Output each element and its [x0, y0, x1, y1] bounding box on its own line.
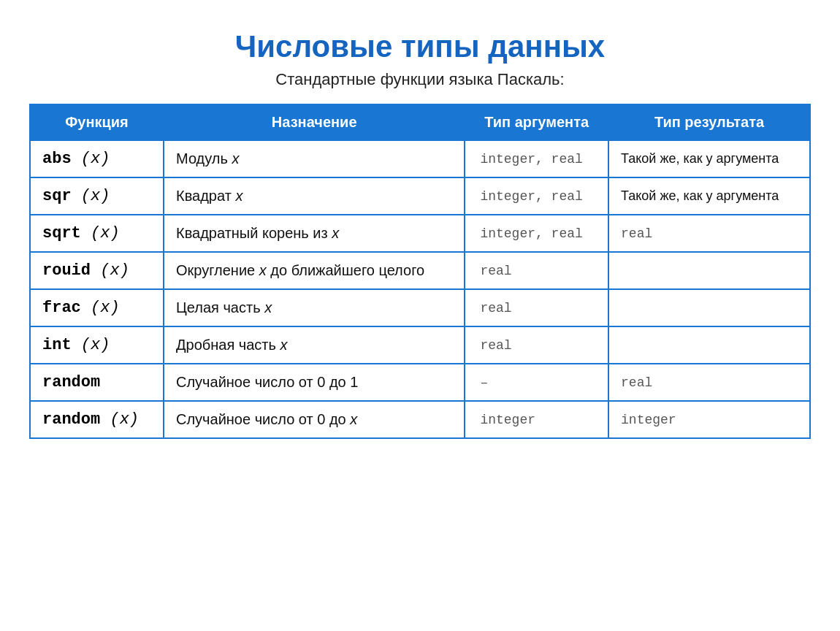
table-row: sqrt (x)Квадратный корень из xinteger, r…	[30, 215, 810, 252]
desc-cell: Округление x до ближайшего целого	[164, 252, 465, 289]
result-cell	[608, 252, 810, 289]
result-cell	[608, 326, 810, 364]
arg-type-cell: real	[465, 252, 608, 289]
page-title: Числовые типы данных	[29, 29, 811, 64]
arg-type-cell: real	[465, 289, 608, 326]
table-row: random (x)Случайное число от 0 до xinteg…	[30, 401, 810, 438]
subtitle: Стандартные функции языка Паскаль:	[29, 70, 811, 89]
result-cell	[608, 289, 810, 326]
func-cell: random	[30, 364, 164, 401]
func-cell: rouid (x)	[30, 252, 164, 289]
table-row: randomСлучайное число от 0 до 1–real	[30, 364, 810, 401]
header-arg-type: Тип аргумента	[465, 104, 608, 140]
desc-cell: Дробная часть x	[164, 326, 465, 364]
desc-cell: Модуль x	[164, 140, 465, 177]
table-row: frac (x)Целая часть xreal	[30, 289, 810, 326]
table-row: sqr (x)Квадрат xinteger, realТакой же, к…	[30, 177, 810, 215]
result-cell: real	[608, 364, 810, 401]
result-cell: Такой же, как у аргумента	[608, 140, 810, 177]
main-table: Функция Назначение Тип аргумента Тип рез…	[29, 104, 811, 439]
arg-type-cell: integer	[465, 401, 608, 438]
arg-type-cell: integer, real	[465, 140, 608, 177]
func-cell: abs (x)	[30, 140, 164, 177]
table-row: int (x)Дробная часть xreal	[30, 326, 810, 364]
table-header-row: Функция Назначение Тип аргумента Тип рез…	[30, 104, 810, 140]
header-func: Функция	[30, 104, 164, 140]
arg-type-cell: integer, real	[465, 177, 608, 215]
table-body: abs (x)Модуль xinteger, realТакой же, ка…	[30, 140, 810, 438]
desc-cell: Случайное число от 0 до x	[164, 401, 465, 438]
desc-cell: Целая часть x	[164, 289, 465, 326]
func-cell: frac (x)	[30, 289, 164, 326]
table-row: abs (x)Модуль xinteger, realТакой же, ка…	[30, 140, 810, 177]
desc-cell: Квадратный корень из x	[164, 215, 465, 252]
header-desc: Назначение	[164, 104, 465, 140]
arg-type-cell: real	[465, 326, 608, 364]
table-row: rouid (x)Округление x до ближайшего цело…	[30, 252, 810, 289]
result-cell: integer	[608, 401, 810, 438]
result-cell: real	[608, 215, 810, 252]
func-cell: sqrt (x)	[30, 215, 164, 252]
func-cell: random (x)	[30, 401, 164, 438]
header-result-type: Тип результата	[608, 104, 810, 140]
desc-cell: Квадрат x	[164, 177, 465, 215]
result-cell: Такой же, как у аргумента	[608, 177, 810, 215]
desc-cell: Случайное число от 0 до 1	[164, 364, 465, 401]
func-cell: sqr (x)	[30, 177, 164, 215]
arg-type-cell: integer, real	[465, 215, 608, 252]
func-cell: int (x)	[30, 326, 164, 364]
arg-type-cell: –	[465, 364, 608, 401]
